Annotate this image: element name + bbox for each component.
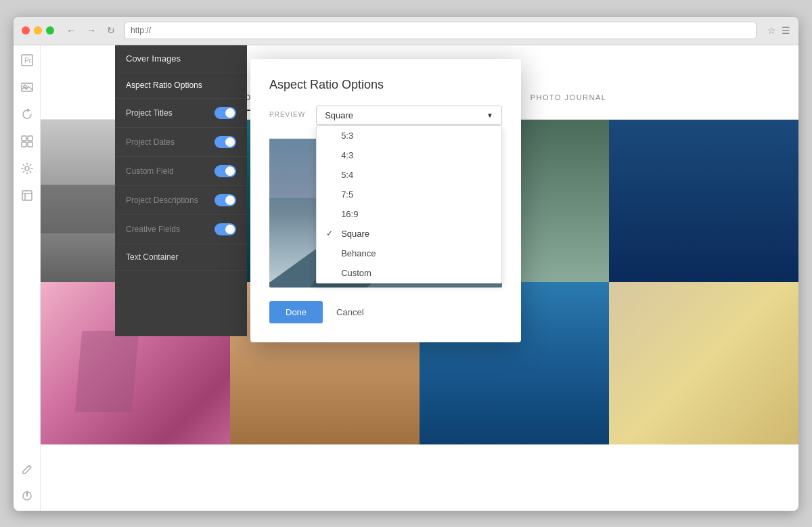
dropdown-option-4-3[interactable]: 4:3 bbox=[317, 145, 501, 165]
svg-rect-9 bbox=[22, 191, 32, 200]
sidebar-icon-grid[interactable] bbox=[19, 133, 35, 150]
modal-actions: Done Cancel bbox=[269, 301, 502, 323]
dot-green[interactable] bbox=[46, 26, 54, 35]
dropdown-option-5-3[interactable]: 5:3 bbox=[317, 126, 501, 145]
done-button[interactable]: Done bbox=[269, 301, 323, 323]
back-button[interactable]: ← bbox=[62, 24, 80, 37]
check-icon-square: ✓ bbox=[326, 229, 336, 238]
sidebar-icon-layers[interactable] bbox=[19, 187, 35, 204]
dropdown-wrapper: Square ▼ 5:3 4 bbox=[316, 106, 502, 125]
option-label-5-4: 5:4 bbox=[341, 170, 353, 180]
dropdown-option-custom[interactable]: Custom bbox=[317, 263, 501, 283]
dropdown-menu[interactable]: 5:3 4:3 5:4 bbox=[316, 125, 502, 283]
svg-rect-5 bbox=[28, 136, 32, 141]
sidebar-icon-photo[interactable] bbox=[19, 79, 35, 95]
sidebar-icon-portfolio[interactable]: Pr bbox=[19, 52, 35, 68]
dropdown-option-square[interactable]: ✓ Square bbox=[317, 224, 501, 244]
option-label-5-3: 5:3 bbox=[341, 131, 353, 141]
dropdown-button[interactable]: Square ▼ bbox=[316, 106, 502, 125]
dot-yellow[interactable] bbox=[34, 26, 42, 35]
option-label-custom: Custom bbox=[341, 268, 371, 278]
dropdown-option-behance[interactable]: Behance bbox=[317, 244, 501, 263]
sidebar-icon-edit[interactable] bbox=[19, 461, 35, 477]
svg-rect-6 bbox=[22, 142, 26, 147]
menu-icon[interactable]: ☰ bbox=[782, 25, 790, 36]
browser-actions: ☆ ☰ bbox=[767, 25, 790, 36]
browser-window: ← → ↻ http:// ☆ ☰ Pr bbox=[14, 17, 798, 511]
modal-overlay: Aspect Ratio Options PREVIEW Square ▼ bbox=[41, 45, 798, 511]
modal-title: Aspect Ratio Options bbox=[269, 78, 502, 92]
browser-toolbar: ← → ↻ http:// ☆ ☰ bbox=[14, 17, 798, 45]
svg-rect-4 bbox=[22, 136, 26, 141]
browser-content: Pr bbox=[14, 45, 798, 511]
forward-button[interactable]: → bbox=[83, 24, 100, 37]
svg-rect-2 bbox=[22, 83, 32, 91]
svg-rect-7 bbox=[28, 142, 32, 147]
sidebar: Pr bbox=[14, 45, 41, 511]
option-label-4-3: 4:3 bbox=[341, 150, 353, 160]
refresh-button[interactable]: ↻ bbox=[103, 24, 119, 37]
url-text: http:// bbox=[131, 26, 151, 35]
cancel-button[interactable]: Cancel bbox=[331, 301, 369, 323]
option-label-behance: Behance bbox=[341, 248, 376, 258]
address-bar[interactable]: http:// bbox=[125, 22, 757, 39]
dropdown-option-7-5[interactable]: 7:5 bbox=[317, 185, 501, 204]
browser-dots bbox=[22, 26, 54, 35]
browser-nav: ← → ↻ bbox=[62, 24, 119, 37]
dot-red[interactable] bbox=[22, 26, 30, 35]
dropdown-selected-value: Square bbox=[325, 110, 353, 120]
option-label-7-5: 7:5 bbox=[341, 189, 353, 200]
svg-text:Pr: Pr bbox=[24, 57, 32, 64]
main-content: BRYCE JOHNSON PROJECTS ABOUT TRAVEL SURF… bbox=[41, 45, 798, 511]
sidebar-icon-power[interactable] bbox=[19, 488, 35, 504]
preview-label: PREVIEW bbox=[269, 111, 305, 118]
option-label-square: Square bbox=[341, 229, 369, 239]
chevron-down-icon: ▼ bbox=[487, 112, 493, 119]
aspect-ratio-modal: Aspect Ratio Options PREVIEW Square ▼ bbox=[250, 59, 521, 342]
star-icon[interactable]: ☆ bbox=[767, 25, 776, 36]
preview-section: PREVIEW Square ▼ 5:3 bbox=[269, 106, 502, 125]
svg-point-8 bbox=[25, 166, 29, 170]
dropdown-option-5-4[interactable]: 5:4 bbox=[317, 165, 501, 185]
sidebar-icon-refresh[interactable] bbox=[19, 106, 35, 122]
sidebar-icon-settings[interactable] bbox=[19, 160, 35, 177]
dropdown-option-16-9[interactable]: 16:9 bbox=[317, 204, 501, 224]
option-label-16-9: 16:9 bbox=[341, 209, 358, 219]
